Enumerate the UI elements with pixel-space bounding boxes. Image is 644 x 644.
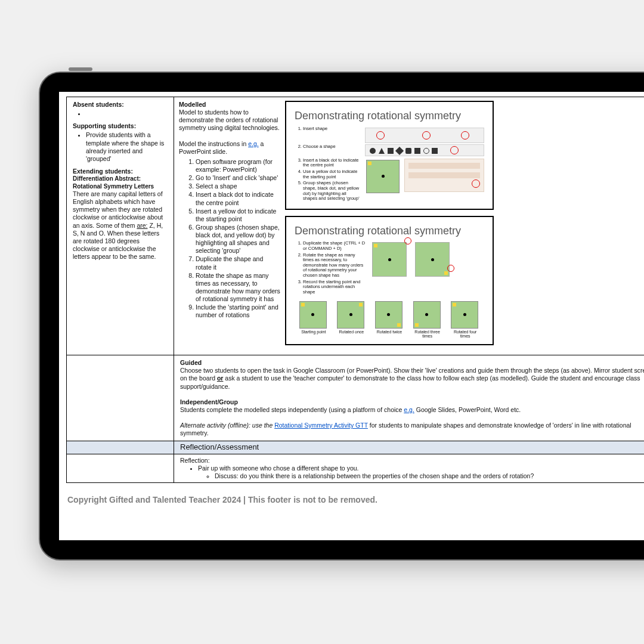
supporting-item: Provide students with a template where t… <box>86 131 168 163</box>
model-instructions: Model the instructions in e.g. a PowerPo… <box>179 140 280 156</box>
fig1-format-panel <box>404 159 484 192</box>
fig1-title: Demonstrating rotational symmetry <box>295 109 484 123</box>
fig1-step-4: Use a yellow dot to indicate the startin… <box>303 169 360 179</box>
figure-slide-2: Demonstrating rotational symmetry Duplic… <box>285 216 494 345</box>
step-4: Insert a black dot to indicate the centr… <box>196 191 280 206</box>
reflection-list: Pair up with someone who chose a differe… <box>180 465 644 480</box>
activity-column: Modelled Model to students how to demons… <box>174 97 285 355</box>
page-footer: Copyright Gifted and Talented Teacher 20… <box>66 495 644 506</box>
diff-title: Differentiation Abstract: Rotational Sym… <box>73 175 168 190</box>
step-9: Include the 'starting point' and number … <box>196 304 280 319</box>
figure-slide-1: Demonstrating rotational symmetry Insert… <box>285 101 494 210</box>
cap-3: Rotated three times <box>412 330 443 339</box>
guided-heading: Guided <box>180 359 644 367</box>
guided-or: or <box>217 374 224 382</box>
fig1-graphics <box>365 126 484 203</box>
indep-eg: e.g. <box>404 406 414 413</box>
cap-4: Rotated four times <box>450 330 481 339</box>
model-instr-a: Model the instructions in <box>179 140 248 147</box>
alt-activity: Alternate activity (offline): use the Ro… <box>180 422 644 437</box>
guided-b: ask a student to use the 'teacher comput… <box>180 374 640 389</box>
ribbon-2 <box>365 144 484 156</box>
reflection-heading: Reflection: <box>180 457 644 465</box>
reflection-bar: Reflection/Assessment <box>66 441 644 454</box>
extending-heading: Extending students: <box>73 168 168 175</box>
ribbon-1 <box>365 128 484 143</box>
figure-column: Demonstrating rotational symmetry Insert… <box>285 97 644 355</box>
fig1-step-5: Group shapes (chosen shape, black dot, a… <box>303 181 360 202</box>
indep-b: Google Slides, PowerPoint, Word etc. <box>414 406 521 413</box>
cap-2: Rotated twice <box>374 330 405 334</box>
step-6: Group shapes (chosen shape, black dot, a… <box>196 224 280 255</box>
diff-body-are: are: <box>137 222 147 229</box>
fig1-step-3: Insert a black dot to indicate the centr… <box>303 158 360 168</box>
modelled-intro: Model to students how to demonstrate the… <box>179 109 280 132</box>
fig2-step-3: Record the starting point and rotations … <box>303 280 366 295</box>
fig2-steps: Duplicate the shape (CTRL + D or COMMAND… <box>295 241 366 296</box>
reflection-discuss: Discuss: do you think there is a relatio… <box>215 472 644 480</box>
absent-item-empty <box>86 110 168 117</box>
document-body: Absent students: Supporting students: Pr… <box>66 97 644 540</box>
reflection-bar-label: Reflection/Assessment <box>180 442 259 452</box>
step-7: Duplicate the shape and rotate it <box>196 255 280 271</box>
fig2-title: Demonstrating rotational symmetry <box>295 224 484 238</box>
reflection-body: Reflection: Pair up with someone who cho… <box>66 454 644 483</box>
step-3: Select a shape <box>196 182 280 190</box>
fig1-steps: Insert shape Choose a shape Insert a bla… <box>295 126 360 203</box>
absent-heading: Absent students: <box>73 101 168 109</box>
reflection-pair: Pair up with someone who chose a differe… <box>198 465 644 480</box>
reflection-pair-text: Pair up with someone who chose a differe… <box>198 465 358 472</box>
step-1: Open software program (for example: Powe… <box>196 158 280 174</box>
fig2-top-squares <box>371 241 484 296</box>
main-content-row: Absent students: Supporting students: Pr… <box>66 97 644 355</box>
step-8: Rotate the shape as many times as necess… <box>196 272 280 304</box>
cap-0: Starting point <box>298 330 329 334</box>
model-instr-eg: e.g. <box>248 140 259 147</box>
step-5: Insert a yellow dot to indicate the star… <box>196 208 280 223</box>
sidebar-column: Absent students: Supporting students: Pr… <box>67 97 174 355</box>
alt-link[interactable]: Rotational Symmetry Activity GTT <box>274 422 368 429</box>
modelled-heading: Modelled <box>179 101 280 109</box>
supporting-heading: Supporting students: <box>73 122 168 130</box>
tablet-speaker <box>69 67 92 71</box>
alt-a: Alternate activity (offline): use the <box>180 422 274 429</box>
fig2-step-2: Rotate the shape as many times as necess… <box>303 253 366 278</box>
fig2-step-1: Duplicate the shape (CTRL + D or COMMAND… <box>303 241 366 251</box>
document-screen: Absent students: Supporting students: Pr… <box>59 92 644 540</box>
fig2-row-squares: Starting point Rotated once Rotated twic… <box>295 300 484 339</box>
fig1-step-1: Insert shape <box>303 126 360 132</box>
indep-heading: Independent/Group <box>180 398 644 406</box>
fig1-green-square <box>366 160 400 193</box>
step-2: Go to 'Insert' and click 'shape' <box>196 174 280 182</box>
indep-body: Students complete the modelled steps ind… <box>180 406 644 414</box>
diff-body: There are many capital letters of Englis… <box>73 190 168 261</box>
indep-a: Students complete the modelled steps ind… <box>180 406 404 413</box>
cap-1: Rotated once <box>336 330 367 334</box>
step-list: Open software program (for example: Powe… <box>179 158 280 320</box>
guided-body: Choose two students to open the task in … <box>180 367 644 390</box>
guided-section: Guided Choose two students to open the t… <box>66 355 644 441</box>
tablet-frame: Absent students: Supporting students: Pr… <box>39 72 644 561</box>
fig1-step-2: Choose a shape <box>303 144 360 150</box>
